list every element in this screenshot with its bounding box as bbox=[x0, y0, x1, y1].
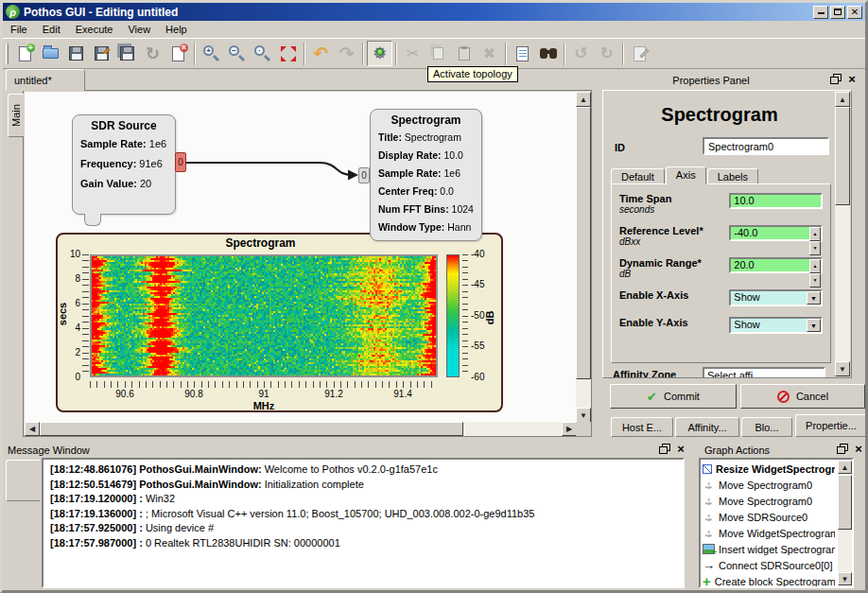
scroll-thumb[interactable] bbox=[576, 107, 591, 379]
action-item-move[interactable]: ↔↕Move Spectrogram0 bbox=[703, 493, 835, 509]
editor-vertical-scrollbar[interactable]: ▲ ▼ bbox=[576, 92, 591, 423]
spin-buttons[interactable]: ▲▼ bbox=[809, 227, 821, 239]
dropdown-arrow-icon[interactable]: ▼ bbox=[807, 319, 821, 332]
scroll-up-button[interactable]: ▲ bbox=[838, 461, 852, 474]
properties-scrollbar[interactable]: ▲ ▼ bbox=[835, 92, 850, 376]
minimize-button[interactable] bbox=[813, 6, 828, 19]
tab-host-explorer[interactable]: Host E... bbox=[611, 417, 673, 437]
menu-file[interactable]: File bbox=[3, 22, 35, 37]
scroll-right-button[interactable]: ▶ bbox=[562, 422, 577, 436]
dock-float-icon[interactable] bbox=[830, 74, 842, 84]
menu-execute[interactable]: Execute bbox=[68, 22, 121, 37]
scroll-down-button[interactable]: ▼ bbox=[838, 572, 852, 585]
scroll-up-button[interactable]: ▲ bbox=[576, 92, 591, 107]
graph-actions-header[interactable]: Graph Actions bbox=[704, 443, 770, 458]
message-window-side-tab[interactable] bbox=[6, 460, 40, 501]
scroll-thumb[interactable] bbox=[838, 475, 852, 530]
tab-untitled[interactable]: untitled* bbox=[6, 69, 85, 91]
action-item-resize[interactable]: Resize WidgetSpectrogram0 bbox=[703, 461, 835, 477]
zoom-out-button[interactable]: − bbox=[224, 41, 250, 66]
dropdown-arrow-icon[interactable]: ▼ bbox=[807, 291, 821, 305]
close-button[interactable]: ✕ bbox=[847, 6, 862, 19]
undo-button[interactable]: ↶ bbox=[308, 41, 334, 66]
block-spectrogram[interactable]: Spectrogram Title: Spectrogram Display R… bbox=[370, 109, 482, 241]
enable-x-axis-dropdown[interactable]: Show ▼ bbox=[729, 289, 823, 306]
cut-button[interactable]: ✂ bbox=[400, 41, 425, 66]
insert-widget-icon bbox=[703, 544, 715, 554]
dock-close-icon[interactable]: × bbox=[846, 74, 858, 84]
show-rendered-graph-button[interactable] bbox=[510, 41, 535, 66]
dynamic-range-spinbox[interactable]: 20.0 ▲▼ bbox=[729, 257, 823, 273]
cancel-button[interactable]: Cancel bbox=[740, 384, 865, 409]
toolbar-grip[interactable] bbox=[6, 44, 9, 64]
commit-button[interactable]: ✔ Commit bbox=[610, 384, 737, 409]
menu-help[interactable]: Help bbox=[158, 22, 195, 37]
spin-buttons[interactable]: ▲▼ bbox=[809, 259, 821, 271]
tab-block-tree[interactable]: Blo... bbox=[741, 417, 792, 437]
tab-default[interactable]: Default bbox=[611, 168, 665, 184]
activate-topology-button[interactable]: ⚙ bbox=[367, 41, 392, 66]
zoom-original-button[interactable]: · bbox=[250, 41, 275, 66]
enable-y-axis-dropdown[interactable]: Show ▼ bbox=[729, 317, 823, 334]
toolbar-separator bbox=[622, 43, 624, 65]
menu-edit[interactable]: Edit bbox=[35, 22, 68, 37]
properties-dock-header[interactable]: Properties Panel bbox=[598, 73, 825, 88]
reload-topology-button[interactable]: ↻ bbox=[140, 41, 165, 66]
dock-float-icon[interactable] bbox=[659, 444, 670, 454]
rotate-left-button[interactable]: ↺ bbox=[568, 41, 594, 66]
maximize-button[interactable] bbox=[830, 6, 845, 19]
scroll-left-button[interactable]: ◀ bbox=[25, 422, 40, 436]
action-item-move[interactable]: ↔↕Move WidgetSpectrogram0 bbox=[703, 525, 835, 541]
dock-close-icon[interactable]: × bbox=[675, 444, 686, 454]
affinity-zone-label: Affinity Zone bbox=[613, 367, 703, 378]
action-item-insert-widget[interactable]: Insert widget Spectrogram0 bbox=[703, 541, 835, 557]
rotate-right-button[interactable]: ↻ bbox=[594, 41, 619, 66]
dock-float-icon[interactable] bbox=[837, 444, 848, 454]
action-item-connect[interactable]: →Connect SDRSource0[0] to Sp bbox=[703, 557, 835, 573]
block-sdr-source[interactable]: SDR Source Sample Rate: 1e6 Frequency: 9… bbox=[72, 114, 176, 215]
paste-button[interactable] bbox=[451, 41, 477, 66]
new-topology-button[interactable]: + bbox=[12, 41, 38, 66]
output-port-0[interactable]: 0 bbox=[175, 152, 186, 172]
save-topology-button[interactable] bbox=[63, 41, 89, 66]
edit-properties-button[interactable] bbox=[627, 41, 652, 66]
find-button[interactable] bbox=[535, 41, 561, 66]
time-span-input[interactable]: 10.0 bbox=[729, 193, 823, 209]
action-item-move[interactable]: ↔↕Move SDRSource0 bbox=[703, 509, 835, 525]
tab-axis[interactable]: Axis bbox=[666, 166, 706, 184]
scroll-thumb[interactable] bbox=[835, 107, 850, 205]
spectrogram-widget[interactable]: Spectrogram secs 10 8 6 4 2 0 90.6 90.8 … bbox=[56, 233, 503, 412]
message-window-header[interactable]: Message Window bbox=[8, 443, 90, 458]
redo-button[interactable]: ↷ bbox=[334, 41, 359, 66]
save-all-topologies-button[interactable] bbox=[114, 41, 140, 66]
tab-affinity[interactable]: Affinity... bbox=[675, 417, 739, 437]
scroll-down-button[interactable]: ▼ bbox=[835, 361, 850, 376]
tab-main-page[interactable]: Main bbox=[8, 94, 24, 137]
affinity-zone-dropdown[interactable]: Select affi bbox=[703, 367, 825, 378]
close-topology-button[interactable]: ✕ bbox=[165, 41, 191, 66]
block-bottom-nub[interactable] bbox=[84, 214, 101, 226]
scroll-up-button[interactable]: ▲ bbox=[835, 92, 850, 107]
tab-properties[interactable]: Propertie... bbox=[795, 414, 867, 437]
graph-actions-scrollbar[interactable]: ▲ ▼ bbox=[838, 461, 852, 585]
copy-button[interactable] bbox=[425, 41, 451, 66]
scroll-down-button[interactable]: ▼ bbox=[576, 408, 591, 423]
message-log[interactable]: [18:12:48.861076] PothosGui.MainWindow: … bbox=[42, 458, 685, 588]
tab-labels[interactable]: Labels bbox=[707, 168, 758, 184]
fullscreen-button[interactable] bbox=[275, 41, 301, 66]
zoom-in-button[interactable]: + bbox=[199, 41, 224, 66]
open-topology-button[interactable] bbox=[38, 41, 63, 66]
action-item-create-block[interactable]: +Create block Spectrogram bbox=[703, 573, 835, 588]
scroll-thumb[interactable] bbox=[40, 422, 463, 436]
editor-horizontal-scrollbar[interactable]: ◀ ▶ bbox=[25, 422, 577, 436]
reference-level-spinbox[interactable]: -40.0 ▲▼ bbox=[729, 225, 823, 241]
input-port-0[interactable]: 0 bbox=[358, 167, 370, 183]
menu-view[interactable]: View bbox=[120, 22, 158, 37]
delete-button[interactable]: ✖ bbox=[477, 41, 502, 66]
graph-canvas[interactable]: SDR Source Sample Rate: 1e6 Frequency: 9… bbox=[25, 92, 577, 423]
dock-close-icon[interactable]: × bbox=[853, 444, 864, 454]
action-item-move[interactable]: ↔↕Move Spectrogram0 bbox=[703, 477, 835, 493]
title-bar[interactable]: ρ Pothos GUI - Editing untitled ✕ bbox=[3, 3, 865, 21]
id-input[interactable]: Spectrogram0 bbox=[703, 137, 829, 155]
save-as-topology-button[interactable] bbox=[89, 41, 114, 66]
